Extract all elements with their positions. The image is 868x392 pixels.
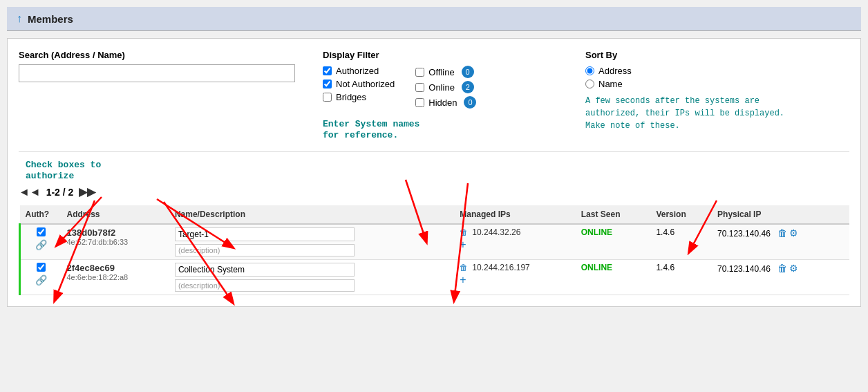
row2-status: ONLINE	[581, 263, 612, 272]
row2-version: 1.4.6	[650, 260, 712, 295]
row1-ip-value: 10.244.32.26	[472, 227, 520, 237]
row2-delete-icon[interactable]: 🗑	[777, 263, 787, 274]
filter-online-label[interactable]: Online	[428, 82, 455, 93]
row1-auth-cell: 🔗	[20, 224, 62, 260]
row1-address-cell: 138d0b78f2 4e:52:7d:db:b6:33	[62, 224, 169, 260]
row2-managed-ip: 🗑 10.244.216.197	[460, 263, 569, 272]
row2-desc-input[interactable]	[175, 279, 355, 292]
filter-not-authorized-checkbox[interactable]	[323, 80, 332, 88]
row1-managed-ip: 🗑 10.244.32.26	[460, 227, 569, 237]
row2-address-cell: 2f4ec8ec69 4e:6e:be:18:22:a8	[62, 260, 169, 295]
row2-address-secondary: 4e:6e:be:18:22:a8	[67, 273, 164, 281]
row2-add-ip-icon[interactable]: +	[460, 274, 569, 286]
row1-last-seen: ONLINE	[576, 224, 651, 260]
pagination-next[interactable]: ▶▶	[79, 185, 95, 198]
row1-delete-icon[interactable]: 🗑	[777, 227, 787, 239]
header-arrow-icon: ↑	[17, 12, 22, 25]
filter-authorized-checkbox[interactable]	[323, 66, 332, 75]
row1-physical-ip: 70.123.140.46 🗑 ⚙	[712, 224, 849, 260]
table-header: Auth? Address Name/Description Managed I…	[20, 205, 850, 224]
filter-left-col: Authorized Not Authorized Bridges	[323, 66, 395, 111]
hidden-badge: 0	[464, 96, 476, 109]
row2-ip-trash-icon[interactable]: 🗑	[460, 263, 468, 272]
row2-physical-ip: 70.123.140.46 🗑 ⚙	[712, 260, 849, 295]
row2-link-icon: 🔗	[35, 274, 47, 286]
sort-address-radio[interactable]	[585, 66, 594, 75]
row1-address-secondary: 4e:52:7d:db:b6:33	[67, 238, 164, 246]
pagination-prev[interactable]: ◄◄	[19, 186, 41, 198]
sort-name-radio[interactable]	[585, 80, 594, 88]
sort-by-title: Sort By	[585, 50, 849, 60]
row1-desc-input[interactable]	[175, 244, 355, 256]
sort-address-label[interactable]: Address	[598, 66, 632, 76]
filter-bridges-label[interactable]: Bridges	[336, 92, 366, 102]
filter-bridges-checkbox[interactable]	[323, 93, 332, 102]
filter-hidden-checkbox[interactable]	[415, 98, 424, 107]
col-physical-ip: Physical IP	[712, 205, 849, 224]
filter-offline-label[interactable]: Offline	[428, 67, 454, 77]
search-label: Search (Address / Name)	[19, 50, 295, 60]
display-filter-title: Display Filter	[323, 50, 558, 60]
row1-name-cell	[169, 224, 454, 260]
row1-version: 1.4.6	[650, 224, 712, 260]
filter-authorized-label[interactable]: Authorized	[336, 66, 379, 76]
row2-managed-ips-cell: 🗑 10.244.216.197 +	[454, 260, 575, 295]
col-version: Version	[650, 205, 712, 224]
col-auth: Auth?	[20, 205, 62, 224]
filter-not-authorized-label[interactable]: Not Authorized	[336, 79, 395, 89]
check-boxes-annotation: Check boxes toauthorize	[26, 160, 101, 181]
row1-link-icon: 🔗	[35, 239, 47, 250]
members-table: Auth? Address Name/Description Managed I…	[19, 205, 849, 295]
row1-add-ip-icon[interactable]: +	[460, 239, 569, 251]
table-row: 🔗 138d0b78f2 4e:52:7d:db:b6:33	[20, 224, 850, 260]
row1-ip-trash-icon[interactable]: 🗑	[460, 227, 468, 237]
row2-ip-value: 10.244.216.197	[472, 263, 529, 272]
search-input[interactable]	[19, 64, 295, 82]
filter-offline-checkbox[interactable]	[415, 68, 424, 77]
row2-name-cell	[169, 260, 454, 295]
row1-address-primary: 138d0b78f2	[67, 227, 164, 238]
sort-name-label[interactable]: Name	[598, 79, 623, 89]
row2-address-primary: 2f4ec8ec69	[67, 263, 164, 273]
filter-hidden-label[interactable]: Hidden	[428, 97, 457, 108]
col-name: Name/Description	[169, 205, 454, 224]
row2-auth-checkbox[interactable]	[37, 263, 46, 272]
row1-physical-ip-value: 70.123.140.46	[717, 229, 771, 239]
sort-note: A few seconds after the systems are auth…	[585, 95, 793, 132]
offline-badge: 0	[462, 66, 474, 78]
row1-name-input[interactable]	[175, 227, 355, 241]
row1-config-icon[interactable]: ⚙	[789, 227, 798, 239]
row2-physical-ip-value: 70.123.140.46	[717, 264, 771, 274]
row2-name-input[interactable]	[175, 263, 355, 277]
pagination-bar: ◄◄ 1-2 / 2 ▶▶	[19, 185, 849, 198]
filter-online-checkbox[interactable]	[415, 83, 424, 92]
row2-config-icon[interactable]: ⚙	[789, 263, 798, 274]
online-badge: 2	[462, 81, 474, 93]
enter-names-annotation: Enter System namesfor reference.	[323, 119, 419, 140]
col-address: Address	[62, 205, 169, 224]
row1-managed-ips-cell: 🗑 10.244.32.26 +	[454, 224, 575, 260]
row1-status: ONLINE	[581, 227, 612, 237]
page-title: Members	[28, 13, 73, 25]
table-row: 🔗 2f4ec8ec69 4e:6e:be:18:22:a8	[20, 260, 850, 295]
row1-auth-checkbox[interactable]	[37, 227, 46, 236]
row2-auth-cell: 🔗	[20, 260, 62, 295]
col-managed-ips: Managed IPs	[454, 205, 575, 224]
filter-right-col: Offline 0 Online 2 Hidden 0	[415, 66, 476, 111]
pagination-text: 1-2 / 2	[46, 187, 74, 198]
row2-last-seen: ONLINE	[576, 260, 651, 295]
col-last-seen: Last Seen	[576, 205, 651, 224]
